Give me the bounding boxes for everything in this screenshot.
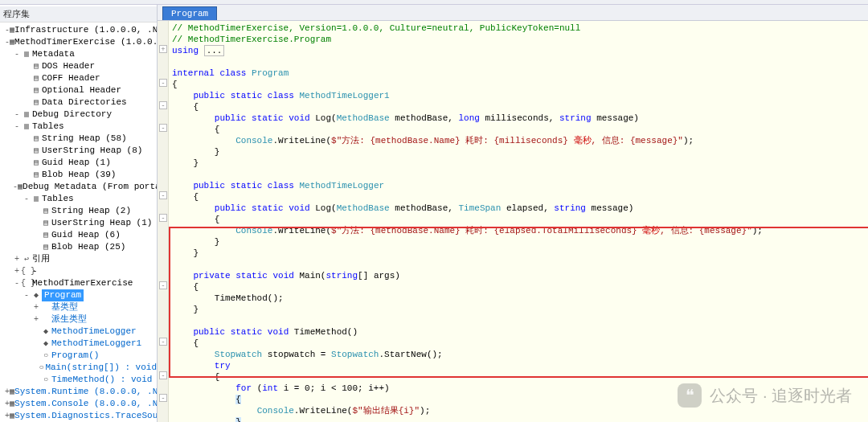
tree-twisty[interactable]: - xyxy=(13,121,21,133)
code-line: public static void Log(MethodBase method… xyxy=(172,113,868,124)
tree-label[interactable]: UserString Heap (1) xyxy=(51,217,152,229)
fold-toggle[interactable]: + xyxy=(159,45,167,53)
tree-label[interactable]: Blob Heap (25) xyxy=(51,241,125,253)
fold-toggle[interactable]: - xyxy=(159,214,167,222)
tree-item[interactable]: -{ }MethodTimerExercise xyxy=(2,277,157,289)
tree-item[interactable]: ○TimeMethod() : void xyxy=(2,374,157,386)
tree-item[interactable]: ▤Guid Heap (1) xyxy=(2,157,157,169)
fold-toggle[interactable]: - xyxy=(159,281,167,289)
tree-item[interactable]: ○Main(string[]) : void xyxy=(2,362,157,374)
tree-label[interactable]: System.Diagnostics.TraceSource (8.0.0.0,… xyxy=(14,410,157,422)
code-line: } xyxy=(172,236,868,248)
tree-label[interactable]: System.Runtime (8.0.0.0, .NETCoreApp, v8… xyxy=(14,386,157,398)
fold-toggle[interactable]: - xyxy=(159,191,167,199)
tree-item[interactable]: -▥Tables xyxy=(2,121,157,133)
tree-label[interactable]: String Heap (2) xyxy=(51,205,131,217)
tree-label[interactable]: Tables xyxy=(32,121,64,133)
tree-item[interactable]: ▤UserString Heap (8) xyxy=(2,145,157,157)
tree-label[interactable]: DOS Header xyxy=(42,60,95,72)
tree-item[interactable]: +▦System.Console (8.0.0.0, .NETCoreApp, … xyxy=(2,398,157,410)
tree-icon: ▤ xyxy=(31,96,42,109)
tree-item[interactable]: -◆Program xyxy=(2,289,157,301)
tree-item[interactable]: ▤DOS Header xyxy=(2,60,157,72)
tree-item[interactable]: ▤String Heap (58) xyxy=(2,133,157,145)
tree-item[interactable]: -▦Debug Metadata (From portable PDB) xyxy=(2,181,157,193)
assembly-tree[interactable]: -▦Infrastructure (1.0.0.0, .NETCoreApp, … xyxy=(0,23,157,422)
tree-item[interactable]: -▦MethodTimerExercise (1.0.0.0, .NETCore… xyxy=(2,36,157,48)
tree-item[interactable]: ▤COFF Header xyxy=(2,72,157,84)
tree-label[interactable]: Infrastructure (1.0.0.0, .NETCoreApp, v3… xyxy=(14,24,157,36)
tree-twisty[interactable]: - xyxy=(23,193,31,205)
code-line: } xyxy=(172,158,868,169)
tree-label[interactable]: TimeMethod() : void xyxy=(51,374,152,386)
code-line: public static class MethodTimeLogger1 xyxy=(172,90,868,101)
tree-label[interactable]: Metadata xyxy=(32,48,75,60)
tree-item[interactable]: ▤String Heap (2) xyxy=(2,205,157,217)
tree-item[interactable]: ▤UserString Heap (1) xyxy=(2,217,157,229)
tree-label[interactable]: 基类型 xyxy=(51,301,78,313)
editor-tabstrip[interactable]: Program xyxy=(158,5,868,21)
tree-item[interactable]: ▤Optional Header xyxy=(2,84,157,96)
tree-label[interactable]: MethodTimeLogger xyxy=(51,326,137,338)
tree-label[interactable]: Guid Heap (1) xyxy=(42,157,111,169)
tree-item[interactable]: ▤Blob Heap (39) xyxy=(2,169,157,181)
tree-item[interactable]: ▤Guid Heap (6) xyxy=(2,229,157,241)
tree-label[interactable]: Tables xyxy=(42,193,74,205)
tree-label[interactable]: String Heap (58) xyxy=(42,133,127,145)
tree-item[interactable]: -▥Metadata xyxy=(2,48,157,60)
fold-toggle[interactable]: - xyxy=(159,101,167,109)
tree-item[interactable]: +▦System.Runtime (8.0.0.0, .NETCoreApp, … xyxy=(2,386,157,398)
tree-twisty[interactable]: - xyxy=(13,48,21,60)
tree-label[interactable]: 派生类型 xyxy=(51,313,87,326)
tree-label[interactable]: MethodTimerExercise (1.0.0.0, .NETCoreAp… xyxy=(14,36,157,48)
fold-toggle[interactable]: - xyxy=(159,394,167,402)
tree-label[interactable]: Data Directories xyxy=(42,96,127,109)
tree-label[interactable]: 引用 xyxy=(32,253,50,265)
tree-twisty[interactable]: - xyxy=(13,109,21,121)
fold-toggle[interactable]: - xyxy=(159,79,167,87)
tree-label[interactable]: Debug Directory xyxy=(32,109,112,121)
tree-item[interactable]: +↩引用 xyxy=(2,253,157,265)
tree-item[interactable]: ○Program() xyxy=(2,350,157,362)
tree-twisty[interactable]: + xyxy=(32,313,40,326)
tree-item[interactable]: +{ }- xyxy=(2,265,157,277)
tree-item[interactable]: +基类型 xyxy=(2,301,157,313)
tree-twisty[interactable]: + xyxy=(32,301,40,313)
tree-item[interactable]: ◆MethodTimeLogger xyxy=(2,326,157,338)
tree-label[interactable]: Blob Heap (39) xyxy=(42,169,116,181)
tree-label[interactable]: Program xyxy=(42,289,84,301)
tree-label[interactable]: MethodTimerExercise xyxy=(32,277,133,289)
code-viewport[interactable]: +---------- // MethodTimerExercise, Vers… xyxy=(158,21,868,422)
tree-item[interactable]: -▥Debug Directory xyxy=(2,109,157,121)
fold-gutter[interactable]: +---------- xyxy=(158,21,169,422)
fold-toggle[interactable]: - xyxy=(159,124,167,132)
code-line xyxy=(172,56,868,68)
tree-icon: ▤ xyxy=(31,60,42,72)
tree-label[interactable]: Main(string[]) : void xyxy=(45,362,157,374)
tree-item[interactable]: ▤Blob Heap (25) xyxy=(2,241,157,253)
code-line: } xyxy=(172,146,868,158)
tree-label[interactable]: MethodTimeLogger1 xyxy=(51,338,141,350)
tree-twisty[interactable]: + xyxy=(13,253,21,265)
tree-label[interactable]: System.Console (8.0.0.0, .NETCoreApp, v8… xyxy=(14,398,157,410)
tree-twisty[interactable]: - xyxy=(13,277,21,289)
tree-item[interactable]: +▦System.Diagnostics.TraceSource (8.0.0.… xyxy=(2,410,157,422)
tree-label[interactable]: Optional Header xyxy=(42,84,121,96)
tree-label[interactable]: Guid Heap (6) xyxy=(51,229,121,241)
tree-label[interactable]: Debug Metadata (From portable PDB) xyxy=(23,181,157,193)
tree-item[interactable]: -▥Tables xyxy=(2,193,157,205)
tree-item[interactable]: -▦Infrastructure (1.0.0.0, .NETCoreApp, … xyxy=(2,24,157,36)
tree-label[interactable]: UserString Heap (8) xyxy=(42,145,142,157)
tree-twisty[interactable]: + xyxy=(13,265,21,277)
tree-item[interactable]: ▤Data Directories xyxy=(2,96,157,109)
tree-item[interactable]: +派生类型 xyxy=(2,313,157,326)
tab-program[interactable]: Program xyxy=(162,6,217,20)
fold-toggle[interactable]: - xyxy=(159,338,167,346)
code-line: { xyxy=(172,394,868,405)
tree-label[interactable]: Program() xyxy=(51,350,99,362)
tree-label[interactable]: - xyxy=(32,265,38,277)
tree-twisty[interactable]: - xyxy=(23,289,31,301)
tree-label[interactable]: COFF Header xyxy=(42,72,100,84)
tree-item[interactable]: ◆MethodTimeLogger1 xyxy=(2,338,157,350)
fold-toggle[interactable]: - xyxy=(159,371,167,379)
